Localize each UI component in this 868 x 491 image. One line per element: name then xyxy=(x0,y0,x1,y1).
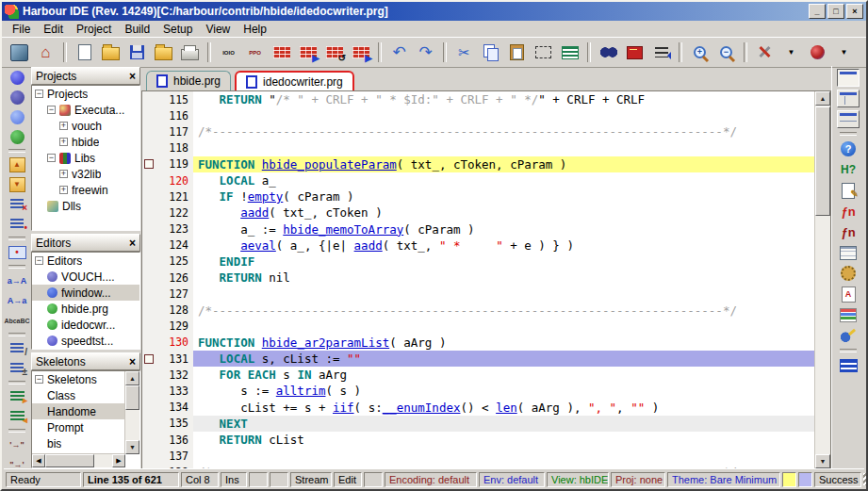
build-launch-icon[interactable]: ▶ xyxy=(348,41,373,64)
collapse-icon[interactable]: − xyxy=(35,256,43,265)
code-line[interactable]: 136 RETURN cList xyxy=(142,432,814,448)
tree-item-v32lib[interactable]: +v32lib xyxy=(32,166,139,182)
code-text[interactable]: RETURN nil xyxy=(193,270,814,286)
code-line[interactable]: 118 xyxy=(142,140,814,156)
code-line[interactable]: 132 FOR EACH s IN aArg xyxy=(142,367,814,383)
code-line[interactable]: 124 aeval( a_, {|e| aadd( txt_, " * " + … xyxy=(142,237,814,254)
tree-item-freewin[interactable]: +freewin xyxy=(32,182,139,198)
function-list-icon[interactable]: ƒn xyxy=(837,202,860,221)
code-text[interactable]: FUNCTION hbide_populateParam( txt_, cTok… xyxy=(193,156,814,172)
code-line[interactable]: 119FUNCTION hbide_populateParam( txt_, c… xyxy=(142,156,814,172)
tree-item-prompt[interactable]: Prompt xyxy=(32,419,125,435)
code-text[interactable]: a_ := hbide_memoToArray( cParam ) xyxy=(193,221,814,237)
code-line[interactable]: 116 xyxy=(142,107,814,123)
code-text[interactable]: /*--------------------------------------… xyxy=(193,302,814,318)
tree-item-vouch-[interactable]: VOUCH.... xyxy=(32,269,139,285)
lowercase-icon[interactable]: A→a xyxy=(6,291,28,310)
export-ioio-icon[interactable]: IOIO xyxy=(216,41,241,64)
tree-item-fwindow-[interactable]: fwindow... xyxy=(32,285,139,301)
mark-block-icon[interactable]: • xyxy=(6,243,28,262)
help-icon[interactable]: ? xyxy=(837,139,860,158)
copy-icon[interactable] xyxy=(478,41,503,64)
theme-sphere-icon[interactable] xyxy=(805,41,830,64)
format-code-icon[interactable] xyxy=(557,41,582,64)
code-text[interactable] xyxy=(193,286,814,302)
format-doc-icon[interactable]: A xyxy=(837,285,860,303)
menu-item-edit[interactable]: Edit xyxy=(37,22,70,37)
scroll-up-icon[interactable]: ▲ xyxy=(815,91,830,106)
rebuild-icon[interactable]: ↺ xyxy=(321,41,347,64)
code-text[interactable]: RETURN cList xyxy=(193,432,814,448)
title-bar[interactable]: Harbour IDE (Rev. 14249)[C:/harbour/cont… xyxy=(2,2,866,21)
uppercase-icon[interactable]: a→A xyxy=(6,271,28,290)
minimize-button[interactable]: _ xyxy=(809,4,826,19)
code-line[interactable]: 137 xyxy=(142,448,814,464)
tree-item-idedocwr-[interactable]: idedocwr... xyxy=(32,317,139,333)
move-line-up-icon[interactable]: ▲ xyxy=(6,155,28,174)
menu-item-view[interactable]: View xyxy=(199,22,237,37)
expand-icon[interactable]: + xyxy=(59,122,68,130)
print-icon[interactable] xyxy=(177,41,203,64)
code-text[interactable]: aadd( txt_, cToken ) xyxy=(193,205,814,221)
function-local-icon[interactable]: ƒn xyxy=(837,222,860,241)
code-text[interactable]: ENDIF xyxy=(193,254,814,270)
indent-left-icon[interactable]: ◂ xyxy=(6,407,28,426)
open-file-icon[interactable] xyxy=(98,41,123,64)
menu-item-setup[interactable]: Setup xyxy=(156,22,199,37)
skeletons-panel-header[interactable]: Skeletons × xyxy=(31,352,140,370)
tree-item-speedtst-[interactable]: speedtst... xyxy=(32,333,139,349)
projects-panel-header[interactable]: Projects × xyxy=(31,67,140,85)
menu-item-help[interactable]: Help xyxy=(237,22,273,37)
code-text[interactable]: FUNCTION hbide_ar2paramList( aArg ) xyxy=(193,335,814,351)
tree-item-executa-[interactable]: −Executa... xyxy=(32,102,139,118)
save-icon[interactable] xyxy=(124,41,150,64)
menu-item-project[interactable]: Project xyxy=(70,22,118,37)
expand-icon[interactable]: + xyxy=(59,138,68,146)
tools-dropdown-icon[interactable]: ▼ xyxy=(778,41,804,64)
close-button[interactable]: × xyxy=(846,4,863,19)
code-lines[interactable]: 115 RETURN "/* " + CRLF + " * $Id:" + CR… xyxy=(142,91,814,468)
layout-split-h-icon[interactable] xyxy=(837,89,860,107)
find-icon[interactable] xyxy=(596,41,621,64)
edit-notes-icon[interactable]: ✎ xyxy=(837,181,860,200)
editors-panel-header[interactable]: Editors × xyxy=(31,234,140,252)
zoom-in-icon[interactable]: + xyxy=(687,41,712,64)
line-style-icon[interactable] xyxy=(837,356,860,375)
code-line[interactable]: 115 RETURN "/* " + CRLF + " * $Id:" + CR… xyxy=(142,91,814,107)
code-text[interactable]: FOR EACH s IN aArg xyxy=(193,367,814,383)
collapse-icon[interactable]: − xyxy=(47,154,56,162)
code-text[interactable] xyxy=(193,140,814,156)
expand-icon[interactable]: + xyxy=(59,186,68,194)
export-ppo-icon[interactable]: PPO xyxy=(242,41,268,64)
code-line[interactable]: 130FUNCTION hbide_ar2paramList( aArg ) xyxy=(142,335,814,351)
code-text[interactable]: RETURN "/* " + CRLF + " * $Id:" + CRLF +… xyxy=(193,91,814,107)
code-editor[interactable]: 115 RETURN "/* " + CRLF + " * $Id:" + CR… xyxy=(141,90,831,469)
exit-icon[interactable] xyxy=(7,41,32,64)
code-text[interactable]: LOCAL s, cList := "" xyxy=(193,351,814,367)
editor-vertical-scrollbar[interactable]: ▲ ▼ xyxy=(814,91,830,468)
editor-tab-navy-icon[interactable] xyxy=(6,88,28,106)
code-text[interactable]: IF !empty( cParam ) xyxy=(193,188,814,205)
code-line[interactable]: 120 LOCAL a_ xyxy=(142,172,814,188)
maximize-button[interactable]: □ xyxy=(827,4,844,19)
indent-right-icon[interactable]: ▸ xyxy=(6,387,28,406)
tree-item-bis[interactable]: bis xyxy=(32,435,125,451)
code-line[interactable]: 121 IF !empty( cParam ) xyxy=(142,188,814,205)
theme-dropdown-icon[interactable]: ▼ xyxy=(831,41,857,64)
zoom-out-icon[interactable]: − xyxy=(713,41,739,64)
collapse-icon[interactable]: − xyxy=(35,375,43,384)
revert-icon[interactable] xyxy=(151,41,176,64)
collapse-icon[interactable]: − xyxy=(47,106,56,114)
editor-tab-hbide-prg[interactable]: hbide.prg xyxy=(146,71,231,90)
tree-item-vouch[interactable]: +vouch xyxy=(32,118,139,134)
code-text[interactable]: cList += s + iif( s:__enumIndex() < len(… xyxy=(193,400,814,416)
scroll-down-icon[interactable]: ▼ xyxy=(125,440,139,454)
tree-item-hbide[interactable]: +hbide xyxy=(32,134,139,150)
code-line[interactable]: 134 cList += s + iif( s:__enumIndex() < … xyxy=(142,400,814,416)
scroll-down-icon[interactable]: ▼ xyxy=(815,454,830,468)
close-icon[interactable]: × xyxy=(129,237,136,249)
menu-item-build[interactable]: Build xyxy=(118,22,156,37)
resize-grip[interactable] xyxy=(863,473,868,485)
code-line[interactable]: 129 xyxy=(142,319,814,335)
code-line[interactable]: 125 ENDIF xyxy=(142,254,814,270)
